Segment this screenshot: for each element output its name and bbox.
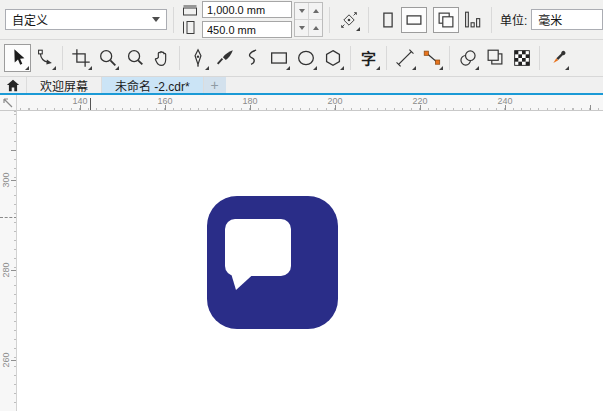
- checkerboard-icon: [511, 47, 533, 69]
- units-value: 毫米: [538, 11, 562, 28]
- overlapping-squares-icon: [484, 47, 506, 69]
- apply-size-all-pages-icon: [435, 9, 457, 31]
- plus-icon: +: [211, 78, 219, 92]
- drop-shadow-tool[interactable]: [481, 44, 508, 72]
- connector-tool[interactable]: [418, 44, 445, 72]
- pattern-fill-tool[interactable]: [508, 44, 535, 72]
- hand-icon: [151, 47, 173, 69]
- zoom-secondary-tool[interactable]: [121, 44, 148, 72]
- units-label: 单位:: [500, 11, 527, 28]
- ruler-tick-label: 180: [242, 96, 257, 106]
- flyout-indicator: [356, 27, 360, 31]
- landscape-icon: [403, 9, 425, 31]
- toolbox-bar: 字: [0, 40, 603, 77]
- ruler-tick-label: 240: [497, 96, 512, 106]
- page-dimensions-button[interactable]: [459, 7, 485, 33]
- curve-squiggle-icon: [241, 47, 263, 69]
- page-dimensions-icon: [461, 9, 483, 31]
- nudge-offset-button[interactable]: [336, 7, 362, 33]
- page-preset-dropdown[interactable]: 自定义: [5, 9, 167, 30]
- tab-label: 欢迎屏幕: [40, 77, 88, 94]
- cursor-position-marker: [90, 98, 91, 110]
- freehand-curve-tool[interactable]: [238, 44, 265, 72]
- page-width-icon: [182, 5, 198, 18]
- flyout-indicator: [412, 66, 416, 70]
- triangle-up-icon: [313, 9, 319, 13]
- ruler-tick-label: 160: [157, 96, 172, 106]
- landscape-button[interactable]: [401, 7, 427, 33]
- height-decrease-button[interactable]: [295, 20, 308, 36]
- pen-tool[interactable]: [184, 44, 211, 72]
- separator: [491, 7, 492, 33]
- welcome-home-button[interactable]: [0, 77, 27, 93]
- flyout-indicator: [286, 66, 290, 70]
- separator: [449, 46, 450, 70]
- width-decrease-button[interactable]: [295, 3, 308, 19]
- separator: [368, 7, 369, 33]
- zoom-tool[interactable]: [94, 44, 121, 72]
- cursor-position-marker: [0, 217, 17, 218]
- flyout-indicator: [88, 66, 92, 70]
- separator: [386, 46, 387, 70]
- flyout-indicator: [115, 66, 119, 70]
- paintbrush-icon: [214, 47, 236, 69]
- text-tool-icon: 字: [361, 51, 376, 66]
- triangle-up-icon: [313, 26, 319, 30]
- home-icon: [6, 79, 20, 92]
- triangle-down-icon: [299, 9, 305, 13]
- chevron-down-icon: [152, 17, 160, 22]
- separator: [539, 46, 540, 70]
- text-tool[interactable]: 字: [355, 44, 382, 72]
- flyout-indicator: [475, 66, 479, 70]
- tab-label: 未命名 -2.cdr*: [115, 77, 190, 94]
- crop-tool[interactable]: [67, 44, 94, 72]
- horizontal-ruler[interactable]: 140 160 180 200 220 240: [17, 95, 603, 111]
- vertical-ruler[interactable]: 300 280 260: [0, 111, 17, 411]
- apply-size-all-pages-button[interactable]: [433, 7, 459, 33]
- flyout-indicator: [439, 66, 443, 70]
- ruler-tick-label: 300: [1, 172, 11, 187]
- document-tab-bar: 欢迎屏幕 未命名 -2.cdr* +: [0, 77, 603, 95]
- magnifier-icon: [124, 47, 146, 69]
- height-increase-button[interactable]: [308, 20, 322, 36]
- portrait-icon: [377, 9, 399, 31]
- speech-bubble-body: [225, 219, 291, 276]
- rectangle-tool[interactable]: [265, 44, 292, 72]
- flyout-indicator: [52, 66, 56, 70]
- shape-edit-tool[interactable]: [31, 44, 58, 72]
- page-width-input[interactable]: [202, 1, 292, 18]
- units-dropdown[interactable]: 毫米: [531, 9, 603, 30]
- ruler-tick-label: 260: [1, 352, 11, 367]
- separator: [173, 7, 174, 33]
- tab-welcome-screen[interactable]: 欢迎屏幕: [27, 77, 102, 93]
- page-preset-value: 自定义: [12, 11, 48, 28]
- flyout-indicator: [376, 66, 380, 70]
- portrait-button[interactable]: [375, 7, 401, 33]
- flyout-indicator: [565, 66, 569, 70]
- ellipse-tool[interactable]: [292, 44, 319, 72]
- tab-document[interactable]: 未命名 -2.cdr*: [102, 77, 204, 93]
- color-eyedropper-tool[interactable]: [544, 44, 571, 72]
- dimension-spinners: [294, 2, 323, 37]
- ruler-origin-corner[interactable]: [0, 95, 17, 111]
- polygon-tool[interactable]: [319, 44, 346, 72]
- flyout-indicator: [340, 66, 344, 70]
- speech-bubble-app-icon-object[interactable]: [207, 196, 338, 329]
- pick-tool[interactable]: [4, 44, 31, 72]
- separator: [329, 7, 330, 33]
- new-document-button[interactable]: +: [204, 77, 226, 93]
- ruler-origin-icon: [2, 97, 15, 109]
- width-increase-button[interactable]: [308, 3, 322, 19]
- page-height-input[interactable]: [202, 21, 292, 38]
- page-height-icon: [182, 21, 198, 34]
- dimension-tool[interactable]: [391, 44, 418, 72]
- page-dimension-icons: [182, 5, 198, 34]
- flyout-indicator: [25, 66, 29, 70]
- ruler-tick-label: 140: [72, 96, 87, 106]
- ruler-tick-label: 220: [412, 96, 427, 106]
- pan-tool[interactable]: [148, 44, 175, 72]
- drawing-canvas[interactable]: [17, 111, 603, 411]
- paintbrush-tool[interactable]: [211, 44, 238, 72]
- flyout-indicator: [205, 66, 209, 70]
- contour-tool[interactable]: [454, 44, 481, 72]
